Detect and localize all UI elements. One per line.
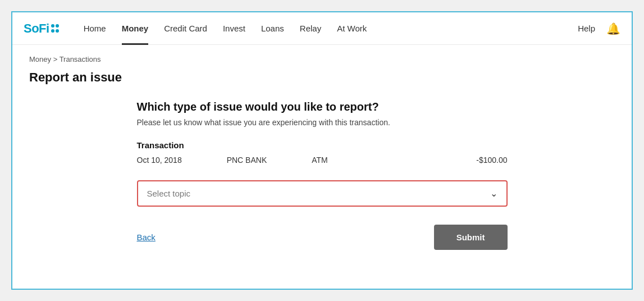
transaction-section-label: Transaction bbox=[137, 140, 508, 150]
bell-icon[interactable]: 🔔 bbox=[606, 22, 620, 35]
page-title: Report an issue bbox=[29, 70, 615, 85]
breadcrumb-money[interactable]: Money bbox=[29, 55, 51, 63]
logo-text: SoFi bbox=[24, 21, 49, 36]
logo[interactable]: SoFi bbox=[24, 21, 60, 36]
nav-right: Help 🔔 bbox=[578, 22, 620, 35]
nav-money[interactable]: Money bbox=[114, 12, 157, 45]
chevron-down-icon: ⌄ bbox=[490, 188, 497, 199]
transaction-amount: -$100.00 bbox=[476, 156, 507, 165]
select-placeholder: Select topic bbox=[147, 189, 191, 198]
submit-button[interactable]: Submit bbox=[434, 225, 508, 250]
topic-select[interactable]: Select topic ⌄ bbox=[137, 180, 508, 207]
transaction-date: Oct 10, 2018 bbox=[137, 156, 182, 165]
transaction-row: Oct 10, 2018 PNC BANK ATM -$100.00 bbox=[137, 156, 508, 165]
main-content: Money Transactions Report an issue Which… bbox=[12, 45, 632, 267]
transaction-merchant: PNC BANK bbox=[227, 156, 267, 165]
nav-credit-card[interactable]: Credit Card bbox=[156, 12, 215, 45]
logo-icon bbox=[51, 24, 60, 33]
nav-relay[interactable]: Relay bbox=[292, 12, 329, 45]
nav-loans[interactable]: Loans bbox=[253, 12, 292, 45]
form-actions: Back Submit bbox=[137, 225, 508, 250]
nav-invest[interactable]: Invest bbox=[215, 12, 253, 45]
breadcrumb-transactions[interactable]: Transactions bbox=[53, 55, 101, 63]
nav-at-work[interactable]: At Work bbox=[329, 12, 374, 45]
nav-links: Home Money Credit Card Invest Loans Rela… bbox=[76, 12, 578, 45]
navbar: SoFi Home Money Credit Card Invest Loans… bbox=[12, 12, 632, 45]
transaction-type: ATM bbox=[312, 156, 328, 165]
form-subtext: Please let us know what issue you are ex… bbox=[137, 118, 508, 127]
help-link[interactable]: Help bbox=[578, 24, 595, 33]
breadcrumb: Money Transactions bbox=[29, 55, 615, 63]
back-link[interactable]: Back bbox=[137, 232, 156, 242]
form-heading: Which type of issue would you like to re… bbox=[137, 101, 508, 113]
nav-home[interactable]: Home bbox=[76, 12, 114, 45]
form-card: Which type of issue would you like to re… bbox=[126, 101, 519, 250]
